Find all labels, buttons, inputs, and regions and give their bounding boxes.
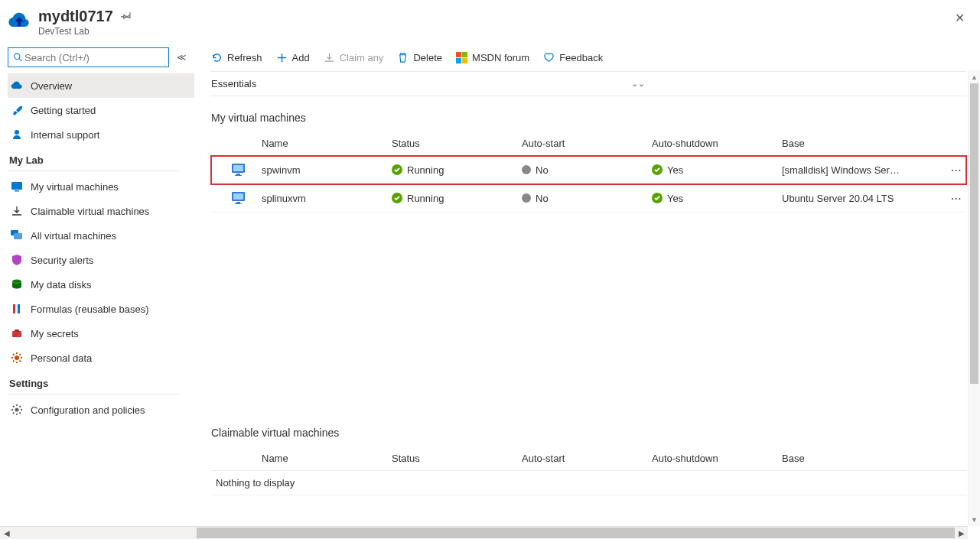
- column-name[interactable]: Name: [257, 132, 387, 156]
- vertical-scrollbar[interactable]: ▲ ▼: [968, 70, 980, 526]
- msdn-forum-button[interactable]: MSDN forum: [456, 52, 529, 63]
- scroll-left-icon[interactable]: ◀: [0, 527, 13, 539]
- download-icon: [324, 52, 335, 63]
- column-base[interactable]: Base: [777, 446, 943, 471]
- svg-point-13: [15, 408, 19, 412]
- svg-rect-10: [12, 331, 21, 337]
- close-icon[interactable]: ✕: [952, 8, 968, 28]
- sidebar-item-getting-started[interactable]: Getting started: [8, 98, 194, 122]
- my-vms-table: Name Status Auto-start Auto-shutdown Bas…: [211, 132, 966, 213]
- shield-icon: [11, 254, 23, 266]
- sidebar-item-claimable-vms[interactable]: Claimable virtual machines: [8, 199, 194, 223]
- sidebar-section-settings: Settings: [8, 370, 181, 395]
- scroll-right-icon[interactable]: ▶: [955, 527, 968, 539]
- search-input-wrapper[interactable]: [8, 47, 169, 67]
- heart-icon: [543, 52, 555, 63]
- column-autoshutdown[interactable]: Auto-shutdown: [647, 446, 777, 471]
- refresh-icon: [211, 52, 223, 63]
- section-claimable-title: Claimable virtual machines: [211, 427, 966, 439]
- cloud-icon: [11, 80, 23, 92]
- sidebar-item-overview[interactable]: Overview: [8, 73, 194, 98]
- sidebar-section-mylab: My Lab: [8, 147, 181, 171]
- page-subtitle: DevTest Lab: [38, 26, 952, 37]
- status-dot-icon: [522, 193, 531, 203]
- flask-icon: [11, 303, 23, 315]
- disk-icon: [11, 278, 23, 291]
- svg-line-1: [19, 59, 21, 61]
- essentials-expander[interactable]: Essentials ⌄⌄: [211, 72, 966, 96]
- briefcase-icon: [11, 327, 23, 339]
- gear-icon: [11, 352, 23, 364]
- devtestlab-cloud-icon: [8, 9, 31, 32]
- sidebar-item-my-vms[interactable]: My virtual machines: [8, 174, 194, 199]
- empty-message: Nothing to display: [211, 471, 966, 495]
- table-row[interactable]: spwinvmRunningNoYes[smalldisk] Windows S…: [211, 156, 966, 184]
- status-dot-icon: [522, 165, 531, 174]
- sidebar-item-personal-data[interactable]: Personal data: [8, 346, 194, 370]
- sidebar-item-formulas[interactable]: Formulas (reusable bases): [8, 297, 194, 321]
- search-icon: [13, 52, 23, 63]
- feedback-button[interactable]: Feedback: [543, 52, 603, 63]
- column-name[interactable]: Name: [257, 446, 387, 471]
- more-actions-icon[interactable]: ···: [951, 193, 962, 204]
- column-autostart[interactable]: Auto-start: [517, 446, 647, 471]
- horizontal-scrollbar[interactable]: ◀ ▶: [0, 526, 968, 539]
- claim-any-button: Claim any: [324, 52, 384, 63]
- svg-rect-17: [235, 175, 242, 176]
- scroll-up-icon[interactable]: ▲: [969, 70, 980, 83]
- svg-point-2: [15, 130, 19, 135]
- vm-status: Running: [407, 193, 444, 204]
- vm-status: Running: [407, 164, 444, 176]
- svg-point-12: [15, 356, 19, 360]
- vm-icon: [11, 180, 23, 193]
- microsoft-logo-icon: [456, 52, 467, 63]
- column-base[interactable]: Base: [777, 132, 943, 156]
- sidebar-item-data-disks[interactable]: My data disks: [8, 272, 194, 297]
- column-status[interactable]: Status: [387, 132, 517, 156]
- sidebar-item-label: Internal support: [31, 129, 99, 141]
- sidebar-item-label: Claimable virtual machines: [31, 206, 149, 217]
- vm-autostart: No: [536, 164, 549, 176]
- sidebar-item-internal-support[interactable]: Internal support: [8, 122, 194, 147]
- more-actions-icon[interactable]: ···: [951, 164, 962, 176]
- rocket-icon: [11, 104, 23, 116]
- svg-rect-23: [235, 203, 242, 204]
- svg-rect-22: [236, 202, 240, 203]
- status-ok-icon: [652, 193, 663, 203]
- add-button[interactable]: Add: [276, 52, 310, 63]
- sidebar-item-configuration[interactable]: Configuration and policies: [8, 398, 194, 422]
- vm-autoshutdown: Yes: [667, 193, 683, 204]
- sidebar-item-label: Configuration and policies: [31, 404, 145, 416]
- sidebar-item-label: My data disks: [31, 279, 91, 291]
- delete-button[interactable]: Delete: [397, 52, 442, 63]
- page-title: mydtl0717: [38, 8, 113, 25]
- svg-rect-6: [14, 233, 22, 239]
- column-status[interactable]: Status: [387, 446, 517, 471]
- column-autoshutdown[interactable]: Auto-shutdown: [647, 132, 777, 156]
- vm-autoshutdown: Yes: [667, 164, 683, 176]
- status-ok-icon: [392, 164, 402, 175]
- sidebar-item-security-alerts[interactable]: Security alerts: [8, 248, 194, 272]
- svg-rect-8: [13, 304, 15, 313]
- svg-rect-21: [233, 193, 243, 200]
- gear-icon: [11, 404, 23, 416]
- column-autostart[interactable]: Auto-start: [517, 132, 647, 156]
- scroll-down-icon[interactable]: ▼: [969, 513, 980, 526]
- search-input[interactable]: [23, 51, 164, 64]
- sidebar-item-label: My virtual machines: [31, 181, 119, 193]
- sidebar-item-all-vms[interactable]: All virtual machines: [8, 223, 194, 248]
- sidebar-item-label: All virtual machines: [31, 230, 116, 242]
- refresh-button[interactable]: Refresh: [211, 52, 262, 63]
- support-icon: [11, 128, 23, 141]
- status-ok-icon: [392, 193, 402, 203]
- table-row[interactable]: splinuxvmRunningNoYesUbuntu Server 20.04…: [211, 184, 966, 213]
- collapse-sidebar-icon[interactable]: ≪: [174, 49, 190, 66]
- vm-icon: [231, 162, 246, 177]
- vm-base: [smalldisk] Windows Serve...: [782, 164, 904, 176]
- sidebar-item-secrets[interactable]: My secrets: [8, 321, 194, 346]
- svg-point-0: [15, 54, 20, 59]
- vm-autostart: No: [536, 193, 549, 204]
- pin-icon[interactable]: [121, 10, 132, 23]
- vm-name: splinuxvm: [257, 184, 387, 213]
- svg-rect-4: [15, 190, 19, 192]
